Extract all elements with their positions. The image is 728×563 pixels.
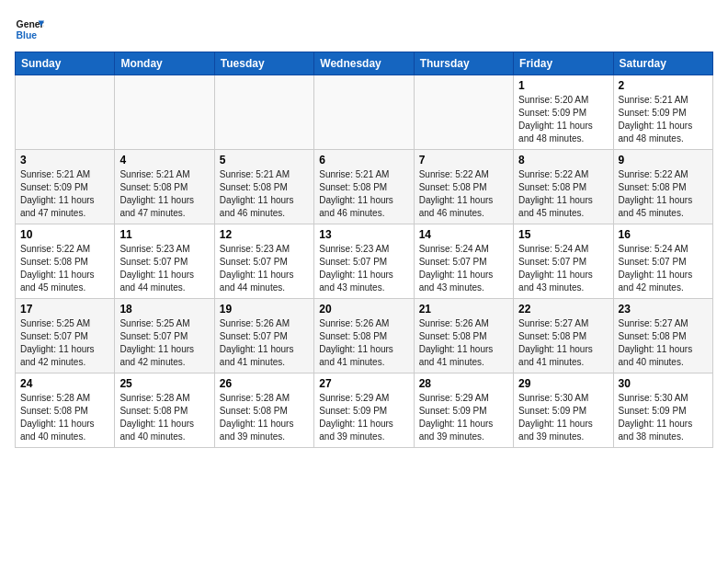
calendar-cell: 10Sunrise: 5:22 AMSunset: 5:08 PMDayligh… xyxy=(16,224,115,299)
day-number: 30 xyxy=(619,377,708,390)
day-number: 12 xyxy=(220,228,309,241)
day-number: 20 xyxy=(319,303,408,316)
weekday-wednesday: Wednesday xyxy=(314,52,414,75)
day-number: 29 xyxy=(518,377,608,390)
calendar-cell: 13Sunrise: 5:23 AMSunset: 5:07 PMDayligh… xyxy=(314,224,414,299)
day-number: 8 xyxy=(518,154,608,167)
day-info: Sunrise: 5:27 AMSunset: 5:08 PMDaylight:… xyxy=(518,317,608,369)
calendar-cell: 15Sunrise: 5:24 AMSunset: 5:07 PMDayligh… xyxy=(514,224,613,299)
weekday-monday: Monday xyxy=(115,52,214,75)
day-info: Sunrise: 5:28 AMSunset: 5:08 PMDaylight:… xyxy=(119,392,209,443)
day-info: Sunrise: 5:22 AMSunset: 5:08 PMDaylight:… xyxy=(419,168,508,220)
day-info: Sunrise: 5:20 AMSunset: 5:09 PMDaylight:… xyxy=(518,94,608,145)
calendar-cell xyxy=(115,75,214,150)
day-info: Sunrise: 5:21 AMSunset: 5:08 PMDaylight:… xyxy=(220,168,309,220)
calendar-cell: 7Sunrise: 5:22 AMSunset: 5:08 PMDaylight… xyxy=(414,150,513,224)
day-number: 4 xyxy=(119,154,209,167)
weekday-sunday: Sunday xyxy=(16,52,115,75)
day-info: Sunrise: 5:28 AMSunset: 5:08 PMDaylight:… xyxy=(220,392,309,443)
calendar-cell: 9Sunrise: 5:22 AMSunset: 5:08 PMDaylight… xyxy=(613,150,712,224)
day-number: 17 xyxy=(20,303,109,316)
calendar-cell: 19Sunrise: 5:26 AMSunset: 5:07 PMDayligh… xyxy=(214,299,313,373)
calendar-cell: 21Sunrise: 5:26 AMSunset: 5:08 PMDayligh… xyxy=(414,299,513,373)
day-info: Sunrise: 5:26 AMSunset: 5:07 PMDaylight:… xyxy=(220,317,309,369)
calendar-cell: 26Sunrise: 5:28 AMSunset: 5:08 PMDayligh… xyxy=(214,373,313,448)
day-info: Sunrise: 5:29 AMSunset: 5:09 PMDaylight:… xyxy=(319,392,408,443)
day-number: 23 xyxy=(619,303,708,316)
day-info: Sunrise: 5:24 AMSunset: 5:07 PMDaylight:… xyxy=(619,243,708,294)
day-number: 11 xyxy=(119,228,209,241)
week-row-5: 24Sunrise: 5:28 AMSunset: 5:08 PMDayligh… xyxy=(16,373,713,448)
calendar-cell: 16Sunrise: 5:24 AMSunset: 5:07 PMDayligh… xyxy=(613,224,712,299)
day-info: Sunrise: 5:24 AMSunset: 5:07 PMDaylight:… xyxy=(518,243,608,294)
calendar-cell xyxy=(414,75,513,150)
week-row-3: 10Sunrise: 5:22 AMSunset: 5:08 PMDayligh… xyxy=(16,224,713,299)
day-info: Sunrise: 5:24 AMSunset: 5:07 PMDaylight:… xyxy=(419,243,508,294)
day-info: Sunrise: 5:26 AMSunset: 5:08 PMDaylight:… xyxy=(419,317,508,369)
weekday-thursday: Thursday xyxy=(414,52,513,75)
day-number: 15 xyxy=(518,228,608,241)
day-number: 16 xyxy=(619,228,708,241)
day-number: 6 xyxy=(319,154,408,167)
day-info: Sunrise: 5:23 AMSunset: 5:07 PMDaylight:… xyxy=(119,243,209,294)
day-number: 3 xyxy=(20,154,109,167)
page-header: General Blue xyxy=(15,15,713,44)
day-info: Sunrise: 5:27 AMSunset: 5:08 PMDaylight:… xyxy=(619,317,708,369)
day-number: 25 xyxy=(119,377,209,390)
calendar-cell: 27Sunrise: 5:29 AMSunset: 5:09 PMDayligh… xyxy=(314,373,414,448)
day-number: 9 xyxy=(619,154,708,167)
calendar-cell: 4Sunrise: 5:21 AMSunset: 5:08 PMDaylight… xyxy=(115,150,214,224)
day-number: 7 xyxy=(419,154,508,167)
calendar-cell xyxy=(16,75,115,150)
day-info: Sunrise: 5:21 AMSunset: 5:09 PMDaylight:… xyxy=(20,168,109,220)
calendar-cell: 30Sunrise: 5:30 AMSunset: 5:09 PMDayligh… xyxy=(613,373,712,448)
calendar-cell: 29Sunrise: 5:30 AMSunset: 5:09 PMDayligh… xyxy=(514,373,613,448)
day-number: 27 xyxy=(319,377,408,390)
calendar-cell: 20Sunrise: 5:26 AMSunset: 5:08 PMDayligh… xyxy=(314,299,414,373)
day-info: Sunrise: 5:30 AMSunset: 5:09 PMDaylight:… xyxy=(518,392,608,443)
calendar-cell: 1Sunrise: 5:20 AMSunset: 5:09 PMDaylight… xyxy=(514,75,613,150)
day-info: Sunrise: 5:21 AMSunset: 5:08 PMDaylight:… xyxy=(119,168,209,220)
calendar-cell: 3Sunrise: 5:21 AMSunset: 5:09 PMDaylight… xyxy=(16,150,115,224)
weekday-tuesday: Tuesday xyxy=(214,52,313,75)
svg-text:Blue: Blue xyxy=(17,30,38,40)
day-number: 26 xyxy=(220,377,309,390)
logo: General Blue xyxy=(15,15,48,44)
calendar-cell: 28Sunrise: 5:29 AMSunset: 5:09 PMDayligh… xyxy=(414,373,513,448)
day-number: 10 xyxy=(20,228,109,241)
calendar-cell: 23Sunrise: 5:27 AMSunset: 5:08 PMDayligh… xyxy=(613,299,712,373)
day-info: Sunrise: 5:21 AMSunset: 5:08 PMDaylight:… xyxy=(319,168,408,220)
weekday-saturday: Saturday xyxy=(613,52,712,75)
calendar-cell: 14Sunrise: 5:24 AMSunset: 5:07 PMDayligh… xyxy=(414,224,513,299)
day-info: Sunrise: 5:30 AMSunset: 5:09 PMDaylight:… xyxy=(619,392,708,443)
calendar-cell: 5Sunrise: 5:21 AMSunset: 5:08 PMDaylight… xyxy=(214,150,313,224)
calendar-cell: 2Sunrise: 5:21 AMSunset: 5:09 PMDaylight… xyxy=(613,75,712,150)
day-info: Sunrise: 5:22 AMSunset: 5:08 PMDaylight:… xyxy=(20,243,109,294)
calendar-table: SundayMondayTuesdayWednesdayThursdayFrid… xyxy=(15,52,713,448)
day-info: Sunrise: 5:23 AMSunset: 5:07 PMDaylight:… xyxy=(220,243,309,294)
day-number: 22 xyxy=(518,303,608,316)
calendar-cell xyxy=(314,75,414,150)
calendar-cell: 12Sunrise: 5:23 AMSunset: 5:07 PMDayligh… xyxy=(214,224,313,299)
weekday-header-row: SundayMondayTuesdayWednesdayThursdayFrid… xyxy=(16,52,713,75)
calendar-cell: 22Sunrise: 5:27 AMSunset: 5:08 PMDayligh… xyxy=(514,299,613,373)
day-info: Sunrise: 5:25 AMSunset: 5:07 PMDaylight:… xyxy=(119,317,209,369)
calendar-cell: 18Sunrise: 5:25 AMSunset: 5:07 PMDayligh… xyxy=(115,299,214,373)
calendar-cell xyxy=(214,75,313,150)
logo-icon: General Blue xyxy=(15,15,44,44)
week-row-4: 17Sunrise: 5:25 AMSunset: 5:07 PMDayligh… xyxy=(16,299,713,373)
calendar-body: 1Sunrise: 5:20 AMSunset: 5:09 PMDaylight… xyxy=(16,75,713,448)
calendar-cell: 25Sunrise: 5:28 AMSunset: 5:08 PMDayligh… xyxy=(115,373,214,448)
weekday-friday: Friday xyxy=(514,52,613,75)
day-info: Sunrise: 5:28 AMSunset: 5:08 PMDaylight:… xyxy=(20,392,109,443)
calendar-cell: 24Sunrise: 5:28 AMSunset: 5:08 PMDayligh… xyxy=(16,373,115,448)
day-number: 1 xyxy=(518,79,608,92)
day-number: 14 xyxy=(419,228,508,241)
day-info: Sunrise: 5:25 AMSunset: 5:07 PMDaylight:… xyxy=(20,317,109,369)
day-info: Sunrise: 5:23 AMSunset: 5:07 PMDaylight:… xyxy=(319,243,408,294)
calendar-cell: 6Sunrise: 5:21 AMSunset: 5:08 PMDaylight… xyxy=(314,150,414,224)
day-number: 21 xyxy=(419,303,508,316)
day-number: 24 xyxy=(20,377,109,390)
day-info: Sunrise: 5:26 AMSunset: 5:08 PMDaylight:… xyxy=(319,317,408,369)
day-number: 13 xyxy=(319,228,408,241)
